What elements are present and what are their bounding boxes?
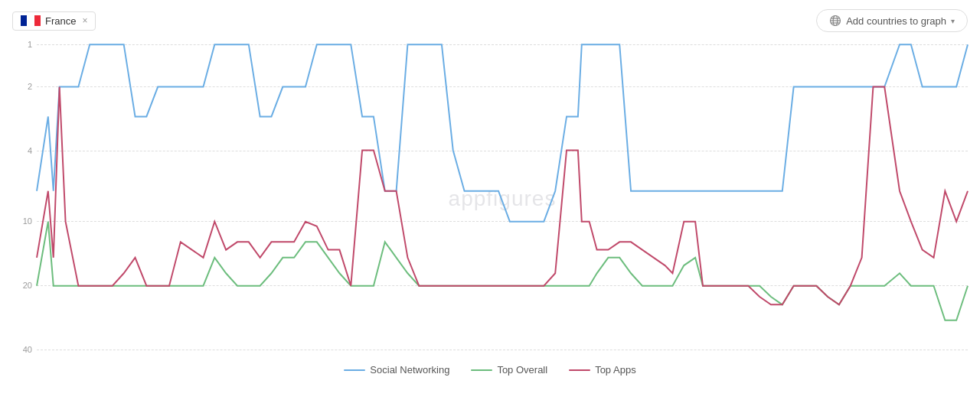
france-tag[interactable]: France ×	[12, 11, 96, 31]
top-apps-line	[37, 87, 968, 305]
social-networking-line	[37, 44, 968, 222]
legend-line-overall	[471, 369, 492, 371]
chart-area: 1 2 4 10 20 40 appfigures	[12, 38, 968, 359]
main-container: France × Add countries to graph ▾ 1 2 4 …	[0, 0, 980, 400]
y-axis: 1 2 4 10 20 40	[12, 38, 37, 359]
add-countries-label: Add countries to graph	[846, 15, 946, 27]
globe-icon	[829, 15, 841, 27]
y-label-20: 20	[23, 281, 32, 290]
chart-svg	[37, 38, 968, 359]
legend-label-apps: Top Apps	[595, 364, 636, 376]
legend: Social Networking Top Overall Top Apps	[12, 364, 968, 376]
legend-label-overall: Top Overall	[497, 364, 547, 376]
legend-top-apps: Top Apps	[569, 364, 636, 376]
chart-inner: appfigures	[37, 38, 968, 359]
y-label-10: 10	[23, 216, 32, 226]
y-label-4: 4	[28, 146, 32, 155]
y-label-40: 40	[23, 345, 32, 354]
add-countries-button[interactable]: Add countries to graph ▾	[816, 9, 968, 32]
header: France × Add countries to graph ▾	[12, 9, 968, 32]
legend-label-social: Social Networking	[370, 364, 449, 376]
dropdown-arrow-icon: ▾	[951, 17, 955, 25]
country-name: France	[45, 15, 76, 27]
close-icon[interactable]: ×	[82, 15, 87, 26]
legend-line-social	[344, 369, 365, 371]
y-label-2: 2	[28, 82, 32, 91]
legend-social-networking: Social Networking	[344, 364, 449, 376]
legend-line-apps	[569, 369, 590, 371]
top-overall-line	[37, 222, 968, 320]
legend-top-overall: Top Overall	[471, 364, 547, 376]
y-label-1: 1	[28, 40, 32, 49]
france-flag	[21, 15, 41, 26]
